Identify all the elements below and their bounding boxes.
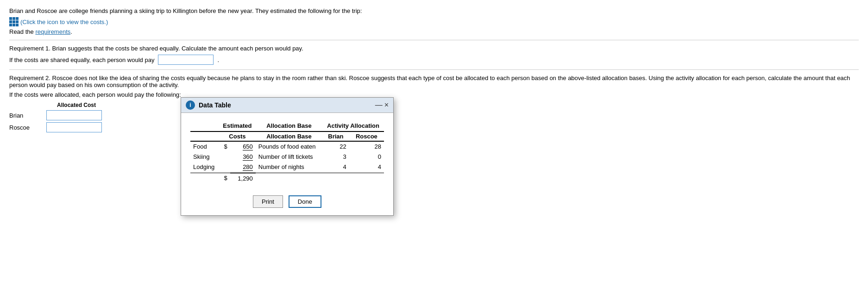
th-costs: Costs: [219, 131, 256, 141]
th-item-sub: [190, 131, 219, 141]
th-activity-alloc: Activity Allocation: [322, 120, 384, 131]
modal-controls: — ×: [375, 101, 389, 109]
item-skiing: Skiing: [190, 152, 219, 162]
modal-footer: Print Done: [181, 191, 393, 215]
total-roscoe-empty: [349, 173, 384, 184]
total-empty: [190, 173, 219, 184]
total-symbol: $: [219, 173, 230, 184]
item-food: Food: [190, 141, 219, 152]
total-base-empty: [256, 173, 322, 184]
data-table: Estimated Allocation Base Activity Alloc…: [190, 120, 384, 183]
done-button[interactable]: Done: [289, 195, 321, 208]
modal-overlay: i Data Table — × Estimated Allocation Ba…: [0, 0, 868, 300]
skiing-base: Number of lift tickets: [256, 152, 322, 162]
total-brian-empty: [322, 173, 349, 184]
th-estimated: Estimated: [219, 120, 256, 131]
skiing-symbol: [219, 152, 230, 162]
modal-minimize-button[interactable]: —: [375, 101, 383, 109]
modal-title: Data Table: [199, 101, 231, 109]
print-button[interactable]: Print: [253, 195, 283, 208]
table-top-header: Estimated Allocation Base Activity Alloc…: [190, 120, 384, 131]
modal-body: Estimated Allocation Base Activity Alloc…: [181, 113, 393, 191]
food-brian: 22: [322, 141, 349, 152]
lodging-symbol: [219, 162, 230, 173]
modal-titlebar: i Data Table — ×: [181, 98, 393, 113]
th-alloc-base: Allocation Base: [256, 120, 322, 131]
table-row: Skiing 360 Number of lift tickets 3 0: [190, 152, 384, 162]
lodging-brian: 4: [322, 162, 349, 173]
total-amount: 1,290: [230, 173, 256, 184]
th-brian: Brian: [322, 131, 349, 141]
food-roscoe: 28: [349, 141, 384, 152]
skiing-roscoe: 0: [349, 152, 384, 162]
data-table-modal: i Data Table — × Estimated Allocation Ba…: [181, 97, 394, 216]
food-base: Pounds of food eaten: [256, 141, 322, 152]
modal-close-button[interactable]: ×: [384, 101, 389, 109]
modal-info-icon: i: [186, 100, 195, 110]
item-lodging: Lodging: [190, 162, 219, 173]
food-amount: 650: [230, 141, 256, 152]
food-symbol: $: [219, 141, 230, 152]
th-alloc-base-sub: Allocation Base: [256, 131, 322, 141]
lodging-amount: 280: [230, 162, 256, 173]
modal-title-left: i Data Table: [186, 100, 231, 110]
table-row: Food $ 650 Pounds of food eaten 22 28: [190, 141, 384, 152]
lodging-roscoe: 4: [349, 162, 384, 173]
table-body: Food $ 650 Pounds of food eaten 22 28 Sk…: [190, 141, 384, 183]
th-item: [190, 120, 219, 131]
skiing-amount: 360: [230, 152, 256, 162]
table-row: Lodging 280 Number of nights 4 4: [190, 162, 384, 173]
table-sub-header: Costs Allocation Base Brian Roscoe: [190, 131, 384, 141]
skiing-brian: 3: [322, 152, 349, 162]
total-row: $ 1,290: [190, 173, 384, 184]
lodging-base: Number of nights: [256, 162, 322, 173]
th-roscoe: Roscoe: [349, 131, 384, 141]
